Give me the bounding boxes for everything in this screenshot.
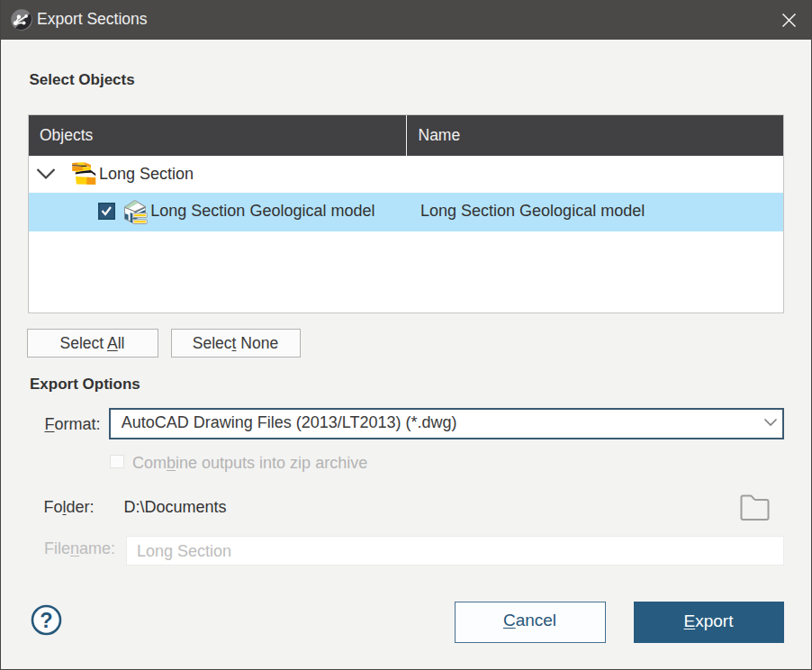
svg-text:?: ? xyxy=(40,609,52,632)
